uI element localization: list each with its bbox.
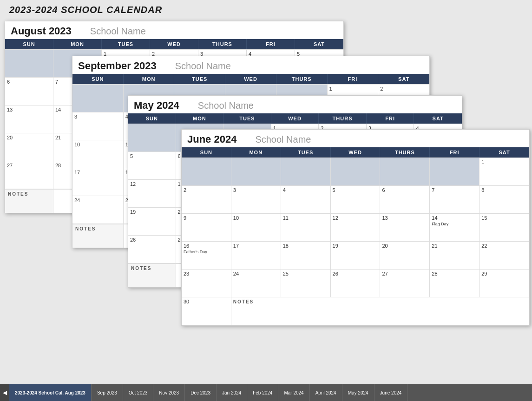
aug-month-title: August 2023 [11, 25, 72, 37]
table-row [5, 50, 53, 78]
tab-june-2024[interactable]: June 2024 [374, 384, 408, 401]
table-row: 9 [182, 214, 231, 242]
table-row: 15 [479, 214, 529, 242]
table-row: 29 [479, 270, 529, 297]
sep-notes-label: NOTES [72, 224, 124, 248]
table-row: 24 [72, 196, 124, 224]
table-row: 12 [128, 180, 176, 208]
table-row: 1 [479, 158, 529, 186]
aug-day-thu: THURS [198, 39, 247, 49]
tab-bar: ◀ 2023-2024 School Cal. Aug 2023 Sep 202… [0, 384, 532, 401]
jun-day-sat: SAT [479, 147, 529, 158]
table-row: 11 [281, 214, 331, 242]
sep-header: September 2023 School Name [72, 56, 429, 74]
table-row: 10 [231, 214, 281, 242]
tab-sep-2023[interactable]: Sep 2023 [92, 384, 123, 401]
table-row: 6 [5, 78, 53, 105]
tab-may-2024[interactable]: May 2024 [342, 384, 374, 401]
aug-header: August 2023 School Name [5, 21, 343, 39]
tab-dec-2023[interactable]: Dec 2023 [185, 384, 217, 401]
sep-day-fri: FRI [328, 74, 379, 84]
tab-mar-2024[interactable]: Mar 2024 [278, 384, 309, 401]
table-row: 4 [281, 186, 331, 214]
table-row: 12 [331, 214, 381, 242]
sep-day-sun: SUN [72, 74, 124, 84]
may-day-mon: MON [176, 113, 224, 124]
jun-month-title: June 2024 [187, 133, 236, 145]
table-row: 20 [5, 133, 53, 161]
sep-month-title: September 2023 [78, 60, 157, 72]
table-row [331, 158, 381, 186]
table-row: 27 [380, 270, 430, 297]
may-day-thu: THURS [319, 113, 367, 124]
jun-day-fri: FRI [430, 147, 479, 158]
tab-jan-2024[interactable]: Jan 2024 [217, 384, 247, 401]
sep-day-tue: TUES [174, 74, 225, 84]
tab-feb-2024[interactable]: Feb 2024 [247, 384, 278, 401]
table-row: 2 [182, 186, 231, 214]
table-row: 17 [231, 242, 281, 270]
may-day-sun: SUN [128, 113, 176, 124]
table-row: 21 [430, 242, 479, 270]
table-row: 25 [281, 270, 331, 297]
table-row: 5 [331, 186, 381, 214]
table-row: 19 [331, 242, 381, 270]
sep-school-name: School Name [175, 61, 231, 72]
table-row [72, 85, 124, 112]
tab-nov-2023[interactable]: Nov 2023 [153, 384, 185, 401]
table-row: 20 [380, 242, 430, 270]
sep-day-headers: SUN MON TUES WED THURS FRI SAT [72, 74, 429, 84]
table-row [231, 158, 281, 186]
table-row: 26 [331, 270, 381, 297]
table-row: 26 [128, 236, 176, 263]
aug-day-headers: SUN MON TUES WED THURS FRI SAT [5, 39, 343, 49]
table-row: 23 [182, 270, 231, 297]
jun-day-tue: TUES [281, 147, 331, 158]
table-row [128, 124, 176, 152]
may-header: May 2024 School Name [128, 96, 462, 113]
aug-day-mon: MON [53, 39, 102, 49]
sep-day-mon: MON [124, 74, 175, 84]
table-row: 27 [5, 161, 53, 189]
aug-day-sat: SAT [295, 39, 343, 49]
aug-notes-label: NOTES [5, 190, 53, 213]
page-title: 2023-2024 SCHOOL CALENDAR [9, 5, 162, 15]
tab-oct-2023[interactable]: Oct 2023 [123, 384, 154, 401]
may-day-fri: FRI [367, 113, 414, 124]
tab-april-2024[interactable]: April 2024 [310, 384, 342, 401]
jun-day-thu: THURS [380, 147, 430, 158]
may-day-headers: SUN MON TUES WED THURS FRI SAT [128, 113, 462, 124]
aug-day-wed: WED [150, 39, 198, 49]
jun-day-headers: SUN MON TUES WED THURS FRI SAT [182, 147, 529, 158]
may-day-wed: WED [271, 113, 319, 124]
tab-aug-2023[interactable]: 2023-2024 School Cal. Aug 2023 [9, 384, 92, 401]
jun-day-mon: MON [231, 147, 281, 158]
jun-school-name: School Name [255, 134, 311, 145]
aug-school-name: School Name [90, 26, 146, 37]
table-row: 3 [72, 112, 124, 140]
sep-day-thu: THURS [276, 74, 328, 84]
june-calendar-card: June 2024 School Name SUN MON TUES WED T… [181, 129, 530, 326]
aug-day-tue: TUES [102, 39, 150, 49]
table-row: 18 [281, 242, 331, 270]
main-area: 2023-2024 SCHOOL CALENDAR August 2023 Sc… [0, 0, 532, 384]
may-day-sat: SAT [414, 113, 462, 124]
jun-day-wed: WED [331, 147, 381, 158]
table-row: 22 [479, 242, 529, 270]
sep-day-sat: SAT [378, 74, 429, 84]
aug-day-fri: FRI [247, 39, 295, 49]
may-school-name: School Name [198, 100, 254, 111]
table-row: 10 [72, 140, 124, 168]
jun-header: June 2024 School Name [182, 130, 529, 147]
table-row: 13 [5, 105, 53, 133]
table-row: 6 [380, 186, 430, 214]
table-row: 14 Flag Day [430, 214, 479, 242]
table-row: 3 [231, 186, 281, 214]
tab-scroll-left-arrow[interactable]: ◀ [0, 384, 9, 401]
may-month-title: May 2024 [134, 99, 179, 112]
table-row: 13 [380, 214, 430, 242]
jun-day-sun: SUN [182, 147, 231, 158]
table-row: 16 Father's Day [182, 242, 231, 270]
table-row: 24 [231, 270, 281, 297]
table-row [430, 158, 479, 186]
